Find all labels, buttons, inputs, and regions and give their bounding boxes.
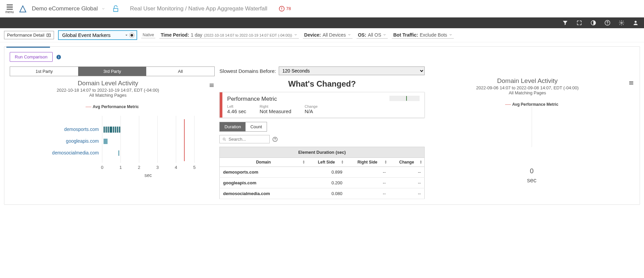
time-period-range: (2022-10-18 14:07 to 2022-10-19 14:07 ED…: [204, 33, 292, 37]
svg-text:0: 0: [101, 165, 103, 170]
svg-rect-21: [104, 139, 108, 144]
bot-value: Exclude Bots: [420, 32, 447, 38]
metric-change-label: Change: [305, 104, 318, 108]
time-period-label: Time Period:: [161, 32, 189, 38]
filter-device[interactable]: Device: All Devices: [303, 32, 353, 39]
right-panel-subtitle: All Matching Pages: [429, 90, 626, 95]
right-chart: [429, 107, 634, 147]
col-right[interactable]: Right Side▲▼: [346, 158, 389, 167]
chart-domain-1: googleapis.com: [66, 138, 99, 144]
unlock-icon[interactable]: [112, 4, 119, 13]
left-panel: 1st Party 3rd Party All Domain Level Act…: [10, 66, 215, 180]
search-icon: [222, 137, 226, 142]
chart-domain-0: demosports.com: [64, 127, 99, 132]
filter-os[interactable]: OS: All OS: [357, 32, 388, 39]
chart-domain-2: demosocialmedia.com: [52, 150, 99, 155]
user-icon[interactable]: [633, 20, 639, 26]
element-duration-table: Element Duration (sec) Domain▲▼ Left Sid…: [219, 147, 424, 199]
breadcrumb: Real User Monitoring / Native App Aggreg…: [130, 5, 267, 12]
help-icon[interactable]: [604, 20, 610, 26]
svg-rect-15: [108, 127, 109, 133]
gem-dropdown[interactable]: Global Event Markers: [59, 31, 122, 39]
slowest-domains-select[interactable]: 120 Seconds: [279, 66, 425, 75]
svg-text:3: 3: [156, 165, 159, 170]
tab-3rd-party[interactable]: 3rd Party: [78, 67, 146, 76]
global-event-markers-select[interactable]: Global Event Markers: [58, 30, 137, 40]
filter-native-label: Native: [143, 33, 154, 37]
metric-right-value: Not Measured: [260, 108, 291, 114]
fullscreen-icon[interactable]: [576, 20, 582, 26]
run-comparison-button[interactable]: Run Comparison: [10, 52, 53, 62]
alert-count[interactable]: 78: [279, 6, 291, 12]
logo-icon: [18, 4, 27, 13]
performance-detail-label: Performance Detail: [7, 33, 44, 38]
svg-rect-14: [106, 127, 107, 133]
right-panel: Domain Level Activity 2022-09-06 14:07 t…: [429, 66, 634, 184]
right-axis-zero: 0: [429, 167, 634, 175]
chart-menu-icon[interactable]: [628, 80, 634, 86]
filter-time-period[interactable]: Time Period: 1 day (2022-10-18 14:07 to …: [159, 32, 299, 39]
left-legend: ──Avg Performance Metric: [10, 104, 215, 109]
svg-rect-18: [115, 127, 116, 133]
help-icon[interactable]: [272, 137, 278, 142]
chevron-down-icon[interactable]: [101, 7, 105, 11]
svg-text:2: 2: [138, 165, 140, 170]
svg-point-4: [635, 21, 637, 23]
right-panel-title: Domain Level Activity: [429, 77, 626, 85]
filter-bot-traffic[interactable]: Bot Traffic: Exclude Bots: [392, 32, 454, 39]
toggle-duration[interactable]: Duration: [220, 122, 246, 131]
toggle-count[interactable]: Count: [246, 122, 267, 131]
export-icon: [46, 33, 51, 38]
tab-1st-party[interactable]: 1st Party: [10, 67, 78, 76]
svg-point-31: [223, 138, 225, 140]
table-row: demosports.com 0.899 -- --: [220, 167, 424, 178]
svg-rect-22: [118, 150, 119, 156]
right-axis-unit: sec: [429, 177, 634, 184]
table-header-title: Element Duration (sec): [220, 147, 424, 158]
menu-button[interactable]: menu: [5, 3, 14, 14]
search-input[interactable]: [228, 137, 267, 142]
whats-changed-title: What's Changed?: [219, 79, 424, 89]
main-card: Run Comparison 1st Party 3rd Party All D…: [4, 46, 640, 205]
gear-icon[interactable]: [619, 20, 625, 26]
table-row: demosocialmedia.com 0.080 -- --: [220, 188, 424, 199]
col-change[interactable]: Change▲▼: [389, 158, 424, 167]
chart-menu-icon[interactable]: [209, 82, 215, 88]
col-domain[interactable]: Domain▲▼: [220, 158, 307, 167]
filter-icon[interactable]: [562, 20, 568, 26]
search-box[interactable]: [219, 135, 270, 143]
alert-icon: [279, 6, 285, 12]
svg-text:4: 4: [175, 165, 177, 170]
performance-metric-card: Performance Metric Left 4.46 sec Right N…: [219, 92, 424, 118]
right-panel-range: 2022-09-06 14:07 to 2022-09-08 14:07, ED…: [429, 85, 626, 90]
chevron-down-icon: [347, 33, 351, 37]
device-value: All Devices: [323, 32, 346, 38]
metric-left-label: Left: [227, 104, 246, 108]
bot-label: Bot Traffic:: [393, 32, 418, 38]
svg-rect-19: [117, 127, 118, 133]
col-left[interactable]: Left Side▲▼: [307, 158, 346, 167]
chevron-down-icon[interactable]: [124, 33, 128, 37]
svg-text:sec: sec: [145, 173, 152, 178]
os-value: All OS: [368, 32, 381, 38]
workspace-name[interactable]: Demo eCommerce Global: [32, 5, 98, 12]
gem-marker-dot[interactable]: [129, 33, 135, 38]
menu-label: menu: [5, 10, 14, 14]
filter-native[interactable]: Native: [141, 32, 155, 38]
svg-point-3: [621, 22, 623, 24]
svg-rect-17: [113, 127, 114, 133]
info-icon[interactable]: [56, 54, 61, 60]
contrast-icon[interactable]: [590, 20, 596, 26]
active-tab-indicator: [6, 47, 50, 48]
metric-change-value: N/A: [305, 108, 318, 114]
alert-count-value: 78: [286, 6, 291, 11]
slowest-domains-label: Slowest Domains Before:: [219, 68, 276, 74]
left-panel-title: Domain Level Activity: [10, 80, 206, 87]
right-legend-label: Avg Performance Metric: [512, 102, 558, 107]
performance-detail-button[interactable]: Performance Detail: [4, 31, 54, 39]
tab-all[interactable]: All: [146, 67, 214, 76]
svg-rect-16: [110, 127, 112, 133]
time-period-value: 1 day: [191, 32, 202, 38]
menu-icon: [6, 3, 13, 11]
chevron-down-icon: [383, 33, 386, 37]
